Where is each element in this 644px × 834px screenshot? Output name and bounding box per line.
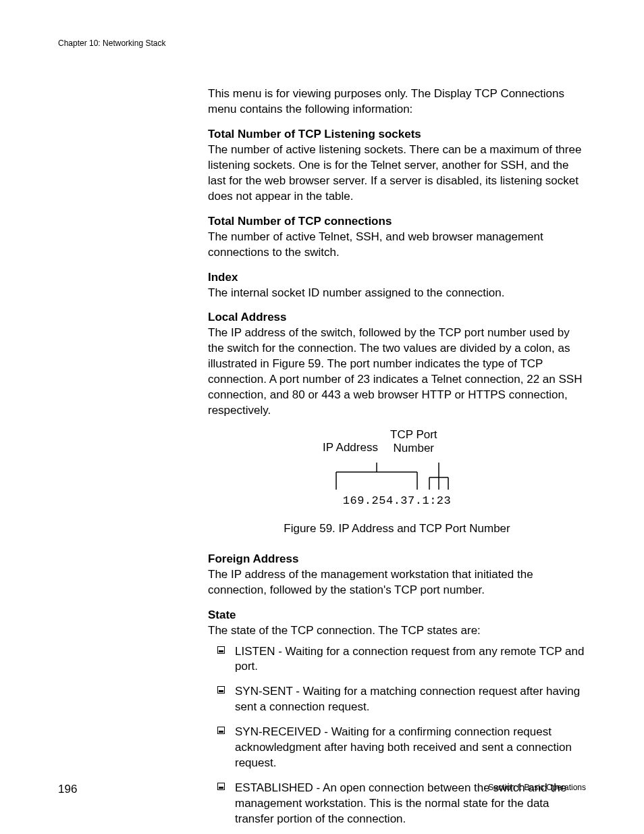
figure-59: IP Address TCP Port Number 169.254.37.1:… [208, 428, 586, 509]
figure-ip-label: IP Address [323, 440, 378, 456]
section-body-connections: The number of active Telnet, SSH, and we… [208, 230, 586, 261]
list-item-text: SYN-RECEIVED - Waiting for a confirming … [235, 725, 572, 769]
section-title-local: Local Address [208, 310, 586, 325]
figure-tcp-label-line1: TCP Port [390, 428, 437, 441]
chapter-header: Chapter 10: Networking Stack [58, 38, 586, 49]
state-list: LISTEN - Waiting for a connection reques… [217, 644, 586, 835]
section-body-index: The internal socket ID number assigned t… [208, 286, 586, 301]
section-title-foreign: Foreign Address [208, 552, 586, 567]
figure-value: 169.254.37.1:23 [208, 494, 586, 509]
figure-caption: Figure 59. IP Address and TCP Port Numbe… [208, 521, 586, 537]
section-label: Section I: Basic Operations [488, 782, 586, 793]
section-body-state: The state of the TCP connection. The TCP… [208, 623, 586, 639]
section-body-foreign: The IP address of the management worksta… [208, 567, 586, 598]
page-number: 196 [58, 782, 77, 798]
intro-paragraph: This menu is for viewing purposes only. … [208, 86, 586, 118]
list-item: SYN-RECEIVED - Waiting for a confirming … [217, 725, 586, 771]
section-body-local: The IP address of the switch, followed b… [208, 325, 586, 419]
document-page: Chapter 10: Networking Stack This menu i… [0, 0, 644, 834]
figure-tcp-label-line2: Number [394, 442, 434, 454]
main-content: This menu is for viewing purposes only. … [208, 86, 586, 834]
bullet-icon [217, 646, 225, 654]
page-footer: 196 Section I: Basic Operations [58, 782, 586, 798]
figure-tcp-label: TCP Port Number [390, 428, 437, 456]
bullet-icon [217, 727, 225, 734]
section-body-listening: The number of active listening sockets. … [208, 142, 586, 205]
section-title-state: State [208, 608, 586, 623]
list-item-text: SYN-SENT - Waiting for a matching connec… [235, 685, 580, 713]
section-title-index: Index [208, 270, 586, 286]
list-item: LISTEN - Waiting for a connection reques… [217, 644, 586, 675]
section-title-connections: Total Number of TCP connections [208, 214, 586, 230]
list-item-text: LISTEN - Waiting for a connection reques… [235, 645, 584, 673]
figure-bracket-icon [329, 463, 464, 492]
bullet-icon [217, 686, 225, 694]
section-title-listening: Total Number of TCP Listening sockets [208, 127, 586, 142]
list-item: SYN-SENT - Waiting for a matching connec… [217, 684, 586, 715]
